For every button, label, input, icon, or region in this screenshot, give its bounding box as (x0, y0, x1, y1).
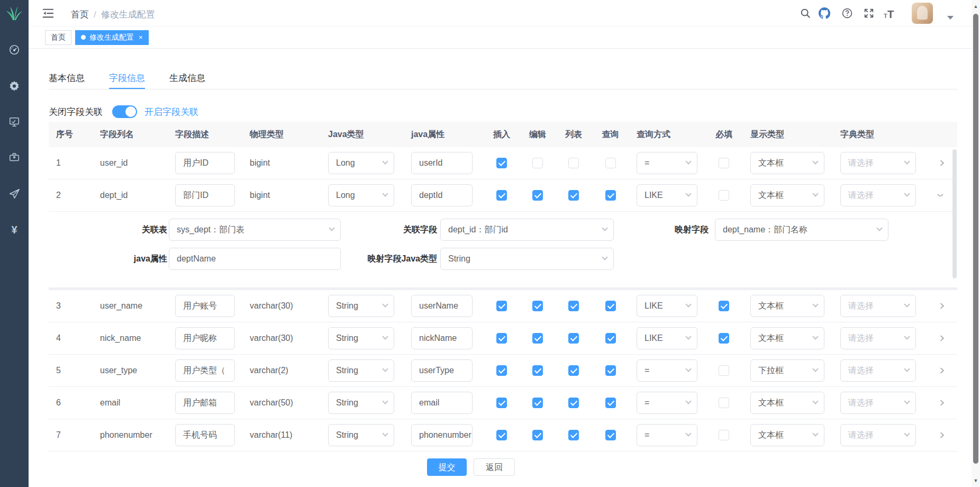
comment-input[interactable]: 用户ID (175, 152, 235, 174)
query-checkbox[interactable] (605, 158, 616, 168)
query-checkbox[interactable] (605, 365, 616, 376)
expand-row-icon[interactable] (937, 368, 944, 373)
java-type-select[interactable]: String (328, 392, 394, 414)
list-checkbox[interactable] (568, 430, 579, 440)
dict-type-select[interactable]: 请选择 (840, 327, 916, 349)
required-checkbox[interactable] (719, 190, 729, 201)
comment-input[interactable]: 用户昵称 (175, 327, 235, 349)
insert-checkbox[interactable] (496, 333, 507, 344)
search-icon[interactable] (800, 7, 811, 19)
query-type-select[interactable]: = (637, 424, 697, 446)
insert-checkbox[interactable] (496, 398, 507, 408)
dict-type-select[interactable]: 请选择 (840, 359, 916, 382)
html-type-select[interactable]: 文本框 (750, 295, 824, 317)
expand-row-icon[interactable] (937, 400, 944, 405)
required-checkbox[interactable] (719, 398, 729, 408)
scroll-up-arrow-icon[interactable]: ▲ (972, 2, 980, 11)
java-field-input[interactable]: email (411, 392, 473, 414)
sidebar-item-deploy[interactable] (8, 188, 20, 200)
comment-input[interactable]: 手机号码 (175, 424, 235, 446)
sidebar-item-tool[interactable] (8, 151, 20, 163)
required-checkbox[interactable] (719, 301, 729, 311)
sidebar-item-pay[interactable]: ¥ (8, 224, 20, 236)
required-checkbox[interactable] (719, 158, 729, 168)
query-checkbox[interactable] (605, 190, 616, 201)
page-scrollbar-thumb[interactable] (973, 14, 978, 464)
java-field-input[interactable]: userName (411, 295, 473, 317)
dict-type-select[interactable]: 请选择 (840, 152, 916, 174)
java-field-input[interactable]: userType (411, 359, 473, 382)
html-type-select[interactable]: 文本框 (750, 424, 824, 446)
rel-field-select[interactable]: dept_id：部门id (440, 219, 614, 241)
expand-row-icon[interactable] (937, 432, 944, 438)
field-relation-switch[interactable] (112, 105, 137, 118)
java-type-select[interactable]: String (328, 327, 394, 349)
breadcrumb-home[interactable]: 首页 (71, 10, 89, 20)
edit-checkbox[interactable] (532, 398, 543, 408)
close-tag-icon[interactable]: × (139, 33, 143, 41)
sidebar-item-system[interactable] (8, 80, 20, 92)
edit-checkbox[interactable] (532, 333, 543, 344)
scroll-down-arrow-icon[interactable]: ▼ (972, 476, 980, 485)
comment-input[interactable]: 部门ID (175, 184, 235, 206)
collapse-row-icon[interactable] (937, 194, 944, 196)
java-field-input[interactable]: nickName (411, 327, 473, 349)
java-type-select[interactable]: String (328, 295, 394, 317)
github-icon[interactable] (819, 7, 830, 19)
fullscreen-icon[interactable] (863, 7, 875, 19)
back-button[interactable]: 返回 (474, 458, 515, 476)
table-scrollbar[interactable] (952, 149, 957, 327)
query-checkbox[interactable] (605, 301, 616, 311)
query-type-select[interactable]: LIKE (637, 295, 697, 317)
expand-row-icon[interactable] (937, 336, 944, 341)
sidebar-item-monitor[interactable] (8, 116, 20, 128)
sidebar-item-dashboard[interactable] (8, 44, 20, 56)
collapse-menu-icon[interactable] (42, 8, 54, 19)
tab-gen-info[interactable]: 生成信息 (169, 68, 205, 89)
required-checkbox[interactable] (719, 430, 729, 440)
html-type-select[interactable]: 文本框 (750, 184, 824, 206)
query-checkbox[interactable] (605, 398, 616, 408)
insert-checkbox[interactable] (496, 301, 507, 311)
comment-input[interactable]: 用户邮箱 (175, 392, 235, 414)
java-field-input[interactable]: phonenumber (411, 424, 473, 446)
list-checkbox[interactable] (568, 190, 579, 201)
insert-checkbox[interactable] (496, 158, 507, 168)
edit-checkbox[interactable] (532, 430, 543, 440)
query-type-select[interactable]: = (637, 392, 697, 414)
map-field-select[interactable]: dept_name：部门名称 (715, 219, 888, 241)
expand-row-icon[interactable] (937, 160, 944, 166)
java-type-select[interactable]: String (328, 424, 394, 446)
dict-type-select[interactable]: 请选择 (840, 424, 916, 446)
insert-checkbox[interactable] (496, 430, 507, 440)
help-icon[interactable] (841, 7, 853, 19)
java-type-select[interactable]: String (328, 359, 394, 382)
html-type-select[interactable]: 下拉框 (750, 359, 824, 382)
list-checkbox[interactable] (568, 158, 579, 168)
required-checkbox[interactable] (719, 365, 729, 376)
expand-row-icon[interactable] (937, 303, 944, 309)
list-checkbox[interactable] (568, 301, 579, 311)
java-type-select[interactable]: Long (328, 152, 394, 174)
tag-current[interactable]: 修改生成配置 × (75, 30, 149, 45)
edit-checkbox[interactable] (532, 365, 543, 376)
html-type-select[interactable]: 文本框 (750, 392, 824, 414)
html-type-select[interactable]: 文本框 (750, 152, 824, 174)
dict-type-select[interactable]: 请选择 (840, 184, 916, 206)
comment-input[interactable]: 用户类型（ (175, 359, 235, 382)
html-type-select[interactable]: 文本框 (750, 327, 824, 349)
user-avatar[interactable] (912, 3, 933, 24)
edit-checkbox[interactable] (532, 158, 543, 168)
submit-button[interactable]: 提交 (427, 458, 467, 476)
app-logo-icon[interactable] (5, 4, 23, 22)
list-checkbox[interactable] (568, 333, 579, 344)
java-field-input[interactable]: deptId (411, 184, 473, 206)
required-checkbox[interactable] (719, 333, 729, 344)
user-menu-caret-icon[interactable] (947, 16, 954, 20)
insert-checkbox[interactable] (496, 190, 507, 201)
comment-input[interactable]: 用户账号 (175, 295, 235, 317)
query-checkbox[interactable] (605, 333, 616, 344)
map-java-type-select[interactable]: String (440, 248, 614, 270)
list-checkbox[interactable] (568, 398, 579, 408)
list-checkbox[interactable] (568, 365, 579, 376)
